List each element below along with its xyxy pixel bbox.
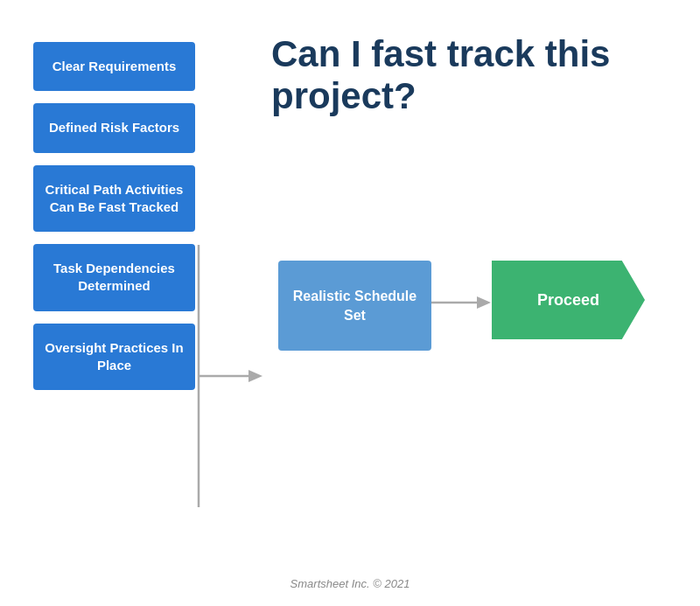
svg-marker-2 [248,370,262,382]
footer-text: Smartsheet Inc. © 2021 [0,577,700,590]
page-title: Can I fast track this project? [271,33,648,118]
box-critical-path: Critical Path Activities Can Be Fast Tra… [33,165,195,233]
box-defined-risk: Defined Risk Factors [33,103,195,152]
proceed-box: Proceed [492,261,645,339]
middle-box-realistic-schedule: Realistic Schedule Set [278,261,431,351]
svg-marker-4 [477,296,491,309]
left-column: Clear Requirements Defined Risk Factors … [33,42,195,390]
box-task-dependencies: Task Dependencies Determined [33,244,195,311]
bracket-connector [194,236,264,516]
box-clear-requirements: Clear Requirements [33,42,195,91]
arrow-middle-to-proceed [431,293,494,312]
diagram-container: Can I fast track this project? Clear Req… [0,0,700,606]
box-oversight: Oversight Practices In Place [33,324,195,391]
